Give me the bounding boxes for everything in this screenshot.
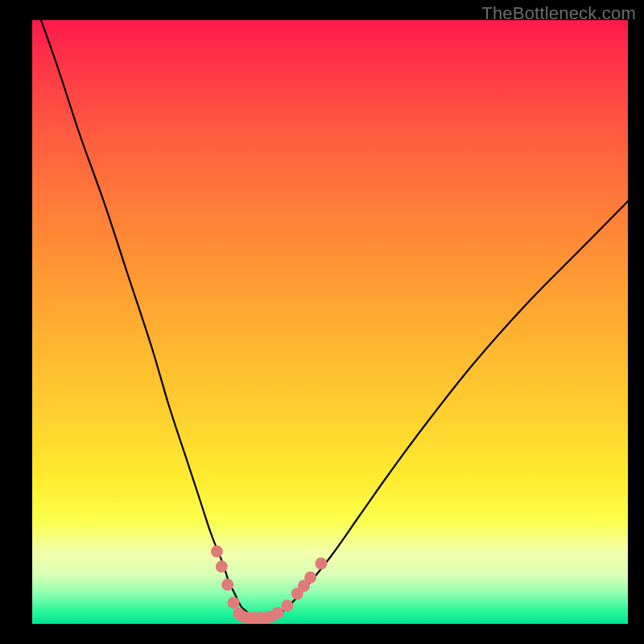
curve-marker — [216, 560, 228, 572]
curve-marker — [315, 558, 327, 570]
marker-layer — [211, 546, 328, 625]
curve-marker — [211, 546, 223, 558]
watermark-text: TheBottleneck.com — [481, 3, 636, 24]
curve-marker — [304, 572, 316, 584]
bottleneck-curve — [32, 20, 628, 618]
chart-frame: TheBottleneck.com — [0, 0, 644, 644]
chart-plot-area — [32, 20, 628, 624]
curve-marker — [281, 600, 293, 612]
curve-marker — [221, 579, 233, 591]
curve-marker — [271, 607, 283, 619]
curve-marker — [228, 597, 240, 609]
chart-svg — [32, 20, 628, 624]
